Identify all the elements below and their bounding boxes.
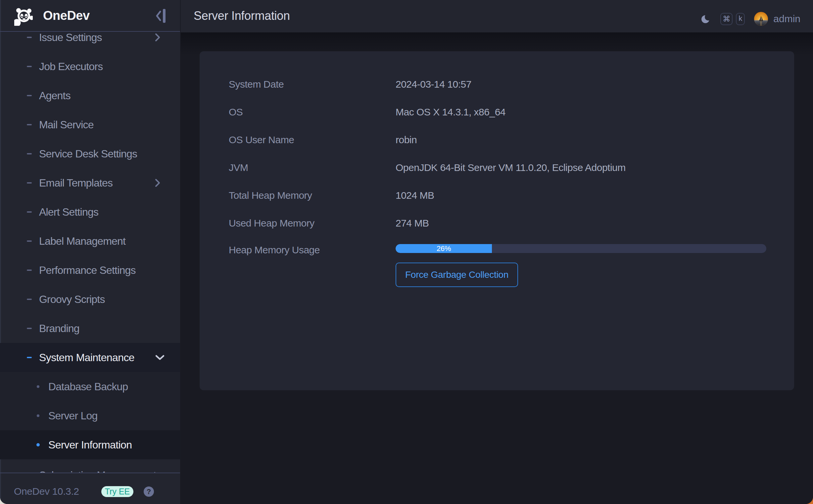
menu-bullet-icon	[37, 385, 39, 388]
onedev-logo-icon	[14, 7, 33, 26]
server-info-row: Used Heap Memory 274 MB	[229, 209, 765, 238]
menu-dash-icon	[27, 124, 32, 125]
menu-item-label: Server Log	[48, 410, 98, 422]
menu-item-label: Mail Service	[39, 119, 94, 131]
sidebar-collapse-icon[interactable]	[156, 8, 166, 23]
heap-usage-percent-label: 26%	[396, 244, 492, 253]
sidebar-menu-item[interactable]: Performance Settings	[0, 256, 180, 285]
menu-item-label: Service Desk Settings	[39, 148, 137, 160]
menu-dash-icon	[27, 66, 32, 67]
server-info-row: Total Heap Memory 1024 MB	[229, 181, 765, 210]
server-info-label: OS User Name	[229, 125, 294, 154]
menu-dash-icon	[27, 182, 32, 184]
server-info-label: System Date	[229, 70, 284, 99]
help-icon[interactable]: ?	[144, 486, 154, 497]
menu-item-label: Groovy Scripts	[39, 293, 105, 306]
server-info-row: OS User Name robin	[229, 125, 765, 154]
menu-item-label: Issue Settings	[39, 32, 102, 44]
sidebar-menu: Issue Settings Job Executors Agents	[0, 32, 180, 473]
server-info-value: robin	[396, 125, 417, 154]
shortcut-cmd-key[interactable]: ⌘	[720, 13, 733, 25]
page-title: Server Information	[193, 0, 290, 32]
menu-item-label: Server Information	[48, 439, 132, 451]
server-info-label: OS	[229, 98, 243, 127]
server-info-value: 2024-03-14 10:57	[396, 70, 471, 99]
server-info-row: OS Mac OS X 14.3.1, x86_64	[229, 98, 765, 127]
sidebar-menu-item[interactable]: Server Information	[0, 430, 180, 459]
brand-title: OneDev	[43, 0, 90, 32]
menu-item-label: Agents	[39, 90, 70, 102]
menu-dash-icon	[27, 153, 32, 154]
server-info-card: System Date 2024-03-14 10:57 OS Mac OS X…	[199, 51, 794, 390]
sidebar-menu-item[interactable]: System Maintenance	[0, 343, 180, 372]
app-window: OneDev Issue Settings Job	[0, 0, 813, 504]
sidebar-header: OneDev	[0, 0, 180, 32]
server-info-label: Total Heap Memory	[229, 181, 312, 210]
sidebar-menu-item[interactable]: Database Backup	[0, 372, 180, 401]
sidebar-menu-item[interactable]: Issue Settings	[0, 32, 180, 52]
menu-dash-icon	[27, 95, 32, 96]
menu-bullet-icon	[37, 414, 39, 417]
chevron-down-icon	[155, 355, 165, 360]
heap-usage-progressbar: 26%	[396, 244, 766, 253]
sidebar-menu-item[interactable]: Mail Service	[0, 110, 180, 139]
sidebar-menu-item[interactable]: Agents	[0, 81, 180, 110]
server-info-label: JVM	[229, 153, 248, 182]
sidebar-menu-item[interactable]: Branding	[0, 314, 180, 343]
server-info-row: JVM OpenJDK 64-Bit Server VM 11.0.20, Ec…	[229, 153, 765, 182]
server-info-value: Mac OS X 14.3.1, x86_64	[396, 98, 505, 127]
topbar: Server Information ⌘ k	[181, 0, 813, 32]
heap-usage-progress-fill: 26%	[396, 244, 492, 253]
sidebar-footer: OneDev 10.3.2 Try EE ?	[0, 473, 180, 504]
menu-item-label: Email Templates	[39, 177, 112, 189]
menu-item-label: Subscription Management	[39, 469, 156, 473]
avatar-sailboat-image	[754, 12, 768, 26]
menu-dash-icon	[27, 37, 32, 38]
menu-item-label: Performance Settings	[39, 264, 136, 276]
user-avatar[interactable]	[754, 12, 768, 26]
server-info-value: 1024 MB	[396, 181, 434, 210]
topbar-actions: ⌘ k	[701, 3, 800, 35]
menu-dash-icon	[27, 270, 32, 271]
sidebar-menu-item[interactable]: Job Executors	[0, 52, 180, 81]
menu-item-label: Database Backup	[48, 381, 128, 393]
menu-item-label: System Maintenance	[39, 352, 134, 364]
sidebar-menu-item[interactable]: Alert Settings	[0, 197, 180, 227]
sidebar-menu-item[interactable]: Email Templates	[0, 168, 180, 197]
menu-item-label: Branding	[39, 322, 79, 335]
menu-dash-icon	[27, 211, 32, 213]
menu-item-label: Job Executors	[39, 61, 103, 73]
version-label: OneDev 10.3.2	[14, 485, 79, 498]
menu-dash-icon	[27, 357, 32, 358]
menu-item-label: Alert Settings	[39, 206, 98, 218]
server-info-value: 274 MB	[396, 209, 429, 238]
server-info-row: System Date 2024-03-14 10:57	[229, 70, 765, 99]
sidebar-menu-item[interactable]: Groovy Scripts	[0, 285, 180, 314]
sidebar-menu-item[interactable]: Label Management	[0, 227, 180, 256]
sidebar-menu-item[interactable]: Subscription Management	[0, 461, 180, 473]
try-ee-badge[interactable]: Try EE	[101, 486, 133, 497]
server-info-value: OpenJDK 64-Bit Server VM 11.0.20, Eclips…	[396, 153, 626, 182]
sidebar: OneDev Issue Settings Job	[0, 0, 180, 504]
menu-bullet-icon	[36, 443, 40, 446]
menu-dash-icon	[27, 328, 32, 329]
sidebar-menu-item[interactable]: Server Log	[0, 401, 180, 430]
shortcut-k-key[interactable]: k	[736, 13, 745, 25]
user-name-label[interactable]: admin	[773, 13, 800, 24]
chevron-right-icon	[155, 33, 160, 42]
menu-item-label: Label Management	[39, 235, 125, 247]
menu-dash-icon	[27, 299, 32, 300]
menu-dash-icon	[27, 240, 32, 242]
server-info-label: Used Heap Memory	[229, 209, 315, 238]
sidebar-menu-item[interactable]: Service Desk Settings	[0, 139, 180, 168]
heap-usage-label: Heap Memory Usage	[229, 235, 320, 265]
force-garbage-collection-button[interactable]: Force Garbage Collection	[396, 263, 518, 287]
chevron-right-icon	[155, 178, 160, 188]
main-content: System Date 2024-03-14 10:57 OS Mac OS X…	[181, 32, 813, 504]
dark-mode-moon-icon[interactable]	[701, 14, 710, 23]
